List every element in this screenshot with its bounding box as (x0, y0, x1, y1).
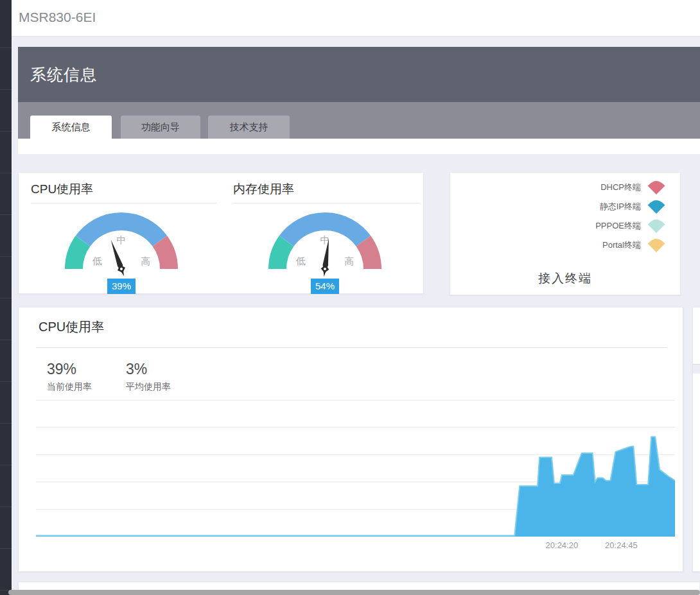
current-usage-value: 39% (47, 361, 126, 378)
tab-feature-wizard[interactable]: 功能向导 (121, 116, 200, 139)
x-axis-tick: 20:24:45 (605, 540, 638, 550)
legend-label: DHCP终端 (600, 182, 641, 193)
svg-text:高: 高 (345, 255, 354, 266)
top-header: MSR830-6EI (12, 0, 700, 37)
legend-item-static-ip[interactable]: 静态IP终端 (595, 197, 667, 216)
current-usage-stat: 39% 当前使用率 (47, 361, 126, 393)
cpu-trend-card: CPU使用率 39% 当前使用率 3% 平均使用率 20:24:2020:24:… (18, 307, 683, 572)
access-terminals-title: 接入终端 (450, 270, 680, 287)
router-dashboard: MSR830-6EI 系统信息 系统信息 功能向导 技术支持 CPU使用率 低中… (0, 0, 700, 595)
legend-item-pppoe[interactable]: PPPOE终端 (595, 216, 667, 236)
svg-text:低: 低 (92, 255, 102, 266)
horizontal-scrollbar-thumb[interactable] (8, 590, 700, 595)
svg-text:54%: 54% (315, 280, 335, 291)
legend-label: PPPOE终端 (595, 220, 641, 232)
fan-sector-icon (645, 199, 667, 214)
horizontal-scrollbar (0, 589, 700, 595)
gauges-card: CPU使用率 低中高39% 内存使用率 低中高54% (18, 172, 424, 294)
cpu-gauge-panel: CPU使用率 低中高39% (19, 173, 221, 293)
memory-gauge-panel: 内存使用率 低中高54% (221, 173, 424, 293)
page-title: 系统信息 (30, 64, 97, 85)
cpu-stats: 39% 当前使用率 3% 平均使用率 (47, 361, 205, 393)
svg-text:39%: 39% (112, 280, 131, 291)
page-banner: 系统信息 (18, 47, 700, 102)
average-usage-stat: 3% 平均使用率 (126, 361, 205, 393)
tab-system-info[interactable]: 系统信息 (30, 116, 112, 139)
memory-gauge-chart: 低中高54% (241, 173, 408, 297)
fan-sector-icon (645, 180, 667, 195)
legend-item-dhcp[interactable]: DHCP终端 (595, 178, 667, 197)
tab-content-top-band (18, 139, 700, 154)
clipped-right-card (692, 307, 700, 572)
svg-text:低: 低 (296, 255, 306, 266)
average-usage-label: 平均使用率 (126, 381, 205, 393)
legend-label: 静态IP终端 (600, 201, 641, 212)
cpu-trend-title: CPU使用率 (39, 318, 104, 336)
access-terminals-card: DHCP终端 静态IP终端 PPPOE终端 Portal终端 (450, 172, 681, 295)
device-model-title: MSR830-6EI (19, 10, 96, 25)
fan-sector-icon (645, 218, 667, 234)
fan-sector-icon (645, 237, 667, 253)
legend-label: Portal终端 (602, 239, 641, 251)
tab-bar: 系统信息 功能向导 技术支持 (18, 102, 700, 139)
card-gap (693, 365, 700, 374)
tab-tech-support[interactable]: 技术支持 (208, 116, 290, 139)
svg-text:中: 中 (117, 234, 127, 245)
x-axis-tick: 20:24:20 (546, 540, 579, 550)
average-usage-value: 3% (126, 361, 205, 378)
divider (36, 347, 667, 348)
cpu-area-chart (36, 400, 675, 537)
legend-item-portal[interactable]: Portal终端 (595, 236, 667, 255)
cpu-gauge-chart: 低中高39% (38, 173, 205, 297)
terminal-legend: DHCP终端 静态IP终端 PPPOE终端 Portal终端 (595, 178, 667, 255)
collapsed-nav-rail[interactable] (0, 0, 12, 595)
cpu-chart-x-axis: 20:24:2020:24:45 (36, 540, 675, 552)
svg-text:高: 高 (141, 255, 151, 266)
current-usage-label: 当前使用率 (47, 381, 126, 393)
